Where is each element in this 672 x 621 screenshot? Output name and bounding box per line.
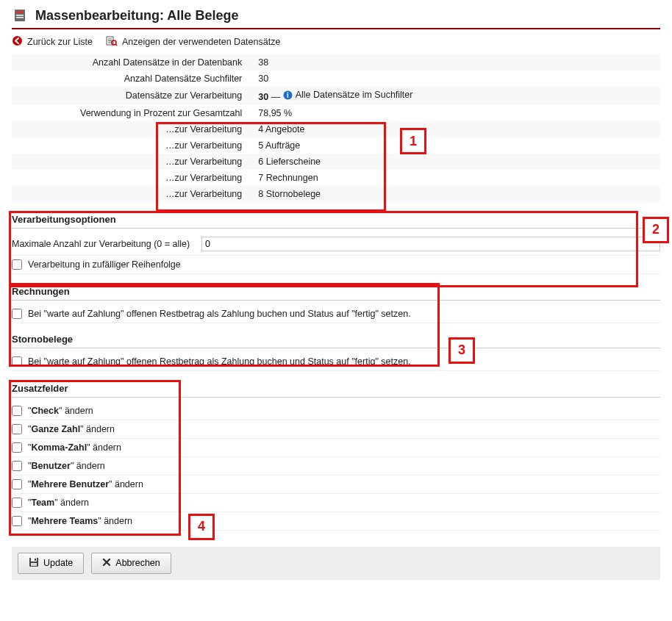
document-icon <box>12 7 28 24</box>
summary-label: Verwendung in Prozent zur Gesamtzahl <box>12 105 252 121</box>
max-count-input[interactable] <box>201 237 660 251</box>
info-wrapper: Anzahl Datensätze in der Datenbank 38 An… <box>12 54 660 202</box>
random-order-checkbox[interactable] <box>12 259 22 270</box>
close-icon <box>102 558 111 569</box>
zusatzfelder-heading: Zusatzfelder <box>12 383 660 398</box>
zusatz-row: "Check" ändern <box>12 402 660 420</box>
zusatz-row: "Mehrere Teams" ändern <box>12 512 660 531</box>
table-row: …zur Verarbeitung 8 Stornobelege <box>12 186 660 202</box>
summary-value: 38 <box>252 54 660 71</box>
zusatz-label: "Mehrere Teams" ändern <box>28 516 132 526</box>
svg-point-4 <box>12 36 22 46</box>
action-bar: Zurück zur Liste Anzeigen der verwendete… <box>12 35 660 49</box>
table-row: Anzahl Datensätze Suchfilter 30 <box>12 71 660 87</box>
save-icon <box>29 557 39 570</box>
table-row: …zur Verarbeitung 7 Rechnungen <box>12 170 660 186</box>
zusatz-checkbox-komma-zahl[interactable] <box>12 442 22 453</box>
random-order-row: Verarbeitung in zufälliger Reihenfolge <box>12 256 660 274</box>
breakdown-label: …zur Verarbeitung <box>12 121 252 137</box>
summary-table: Anzahl Datensätze in der Datenbank 38 An… <box>12 54 660 202</box>
table-row: Verwendung in Prozent zur Gesamtzahl 78,… <box>12 105 660 121</box>
svg-rect-2 <box>16 15 24 16</box>
rechnungen-cb-label: Bei "warte auf Zahlung" offenen Restbetr… <box>28 309 411 319</box>
storno-cb-row: Bei "warte auf Zahlung" offenen Restbetr… <box>12 353 660 371</box>
rechnungen-storno-section: Rechnungen Bei "warte auf Zahlung" offen… <box>12 286 660 371</box>
rechnungen-heading: Rechnungen <box>12 286 660 301</box>
storno-heading: Stornobelege <box>12 334 660 348</box>
back-arrow-icon <box>12 35 23 49</box>
svg-rect-16 <box>31 563 37 566</box>
zusatz-checkbox-ganze-zahl[interactable] <box>12 424 22 434</box>
zusatz-checkbox-mehrere-teams[interactable] <box>12 516 22 526</box>
rechnungen-checkbox[interactable] <box>12 309 22 319</box>
zusatz-row: "Team" ändern <box>12 494 660 512</box>
storno-cb-label: Bei "warte auf Zahlung" offenen Restbetr… <box>28 356 411 367</box>
storno-checkbox[interactable] <box>12 356 22 367</box>
random-order-label: Verarbeitung in zufälliger Reihenfolge <box>28 259 181 270</box>
breakdown-value: 5 Aufträge <box>252 137 660 154</box>
svg-rect-1 <box>16 11 24 13</box>
breakdown-value: 8 Stornobelege <box>252 186 660 202</box>
svg-line-10 <box>115 44 117 46</box>
table-row: Anzahl Datensätze in der Datenbank 38 <box>12 54 660 71</box>
breakdown-value: 7 Rechnungen <box>252 170 660 186</box>
svg-text:i: i <box>287 91 289 99</box>
summary-label: Anzahl Datensätze in der Datenbank <box>12 54 252 71</box>
zusatz-row: "Ganze Zahl" ändern <box>12 420 660 439</box>
zusatz-row: "Benutzer" ändern <box>12 457 660 475</box>
table-row: …zur Verarbeitung 5 Aufträge <box>12 137 660 154</box>
back-to-list-label: Zurück zur Liste <box>27 37 93 47</box>
zusatz-label: "Benutzer" ändern <box>28 461 105 471</box>
zusatzfelder-section: Zusatzfelder "Check" ändern "Ganze Zahl"… <box>12 383 660 531</box>
zusatz-checkbox-check[interactable] <box>12 406 22 416</box>
svg-rect-3 <box>16 17 24 18</box>
zusatz-label: "Mehrere Benutzer" ändern <box>28 479 143 489</box>
page-title: Massenbearbeitung: Alle Belege <box>35 8 238 24</box>
summary-label: Anzahl Datensätze Suchfilter <box>12 71 252 87</box>
cancel-button[interactable]: Abbrechen <box>91 553 171 574</box>
info-note: i Alle Datensätze im Suchfilter <box>283 90 413 100</box>
zusatz-checkbox-benutzer[interactable] <box>12 461 22 471</box>
breakdown-value: 6 Lieferscheine <box>252 154 660 170</box>
show-used-records-label: Anzeigen der verwendeten Datensätze <box>122 37 280 47</box>
zusatz-label: "Check" ändern <box>28 406 93 416</box>
table-row: Datensätze zur Verarbeitung 30 — i Alle … <box>12 87 660 105</box>
cancel-button-label: Abbrechen <box>115 558 160 568</box>
summary-value: 78,95 % <box>252 105 660 121</box>
list-search-icon <box>106 35 118 49</box>
info-icon: i <box>283 90 293 100</box>
table-row: …zur Verarbeitung 4 Angebote <box>12 121 660 137</box>
breakdown-label: …zur Verarbeitung <box>12 186 252 202</box>
breakdown-label: …zur Verarbeitung <box>12 137 252 154</box>
zusatz-label: "Komma-Zahl" ändern <box>28 442 121 453</box>
table-row: …zur Verarbeitung 6 Lieferscheine <box>12 154 660 170</box>
update-button[interactable]: Update <box>18 553 84 574</box>
processing-options-section: Verarbeitungsoptionen Maximale Anzahl zu… <box>12 214 660 274</box>
max-count-label: Maximale Anzahl zur Verarbeitung (0 = al… <box>12 239 194 249</box>
summary-value: 30 <box>252 71 660 87</box>
breakdown-value: 4 Angebote <box>252 121 660 137</box>
breakdown-label: …zur Verarbeitung <box>12 170 252 186</box>
update-button-label: Update <box>43 558 73 568</box>
page-header: Massenbearbeitung: Alle Belege <box>12 7 660 29</box>
show-used-records-link[interactable]: Anzeigen der verwendeten Datensätze <box>106 35 280 49</box>
button-bar: Update Abbrechen <box>12 547 660 580</box>
back-to-list-link[interactable]: Zurück zur Liste <box>12 35 93 49</box>
svg-rect-15 <box>35 559 36 561</box>
summary-value: 30 — i Alle Datensätze im Suchfilter <box>252 87 660 105</box>
zusatz-label: "Team" ändern <box>28 498 89 508</box>
breakdown-label: …zur Verarbeitung <box>12 154 252 170</box>
zusatz-row: "Komma-Zahl" ändern <box>12 439 660 457</box>
rechnungen-cb-row: Bei "warte auf Zahlung" offenen Restbetr… <box>12 305 660 323</box>
zusatz-row: "Mehrere Benutzer" ändern <box>12 475 660 494</box>
zusatz-checkbox-mehrere-benutzer[interactable] <box>12 479 22 489</box>
zusatz-label: "Ganze Zahl" ändern <box>28 424 115 434</box>
zusatz-checkbox-team[interactable] <box>12 498 22 508</box>
processing-options-heading: Verarbeitungsoptionen <box>12 214 660 229</box>
summary-label: Datensätze zur Verarbeitung <box>12 87 252 105</box>
max-count-row: Maximale Anzahl zur Verarbeitung (0 = al… <box>12 233 660 256</box>
